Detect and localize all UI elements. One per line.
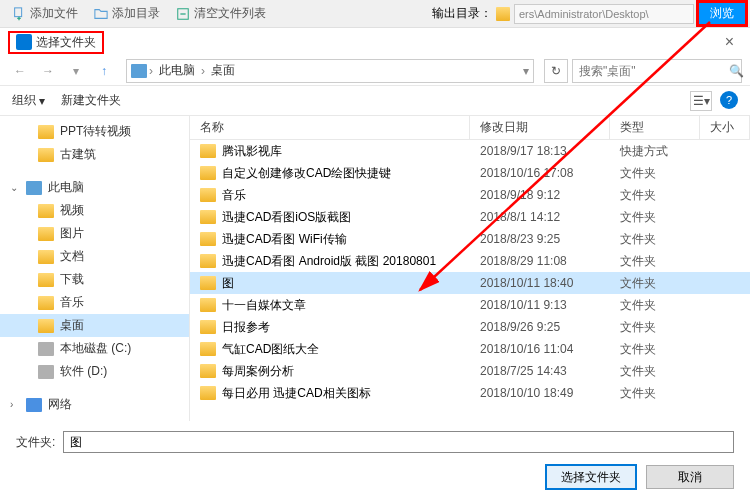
file-type: 文件夹 bbox=[610, 209, 700, 226]
output-path-field[interactable]: ers\Administrator\Desktop\ bbox=[514, 4, 694, 24]
folder-icon bbox=[200, 166, 216, 180]
folder-icon bbox=[200, 210, 216, 224]
tree-item[interactable]: 文档 bbox=[0, 245, 189, 268]
tree-item[interactable]: 软件 (D:) bbox=[0, 360, 189, 383]
cancel-button[interactable]: 取消 bbox=[646, 465, 734, 489]
folder-icon bbox=[200, 144, 216, 158]
folder-name-input[interactable] bbox=[63, 431, 734, 453]
file-type: 文件夹 bbox=[610, 165, 700, 182]
column-name[interactable]: 名称 bbox=[190, 116, 470, 139]
file-date: 2018/10/16 17:08 bbox=[470, 166, 610, 180]
select-folder-button[interactable]: 选择文件夹 bbox=[546, 465, 636, 489]
tree-panel[interactable]: PPT待转视频古建筑⌄此电脑视频图片文档下载音乐桌面本地磁盘 (C:)软件 (D… bbox=[0, 116, 190, 421]
add-dir-button[interactable]: 添加目录 bbox=[86, 3, 168, 24]
folder-icon bbox=[200, 320, 216, 334]
net-icon bbox=[26, 398, 42, 412]
breadcrumb-seg[interactable]: 此电脑 bbox=[155, 62, 199, 79]
file-row[interactable]: 迅捷CAD看图 Android版 截图 201808012018/8/29 11… bbox=[190, 250, 750, 272]
dialog-title-text: 选择文件夹 bbox=[36, 34, 96, 51]
file-row[interactable]: 腾讯影视库2018/9/17 18:13快捷方式 bbox=[190, 140, 750, 162]
folder-label: 文件夹: bbox=[16, 434, 55, 451]
nav-dropdown-icon[interactable]: ▾ bbox=[64, 59, 88, 83]
column-size[interactable]: 大小 bbox=[700, 116, 750, 139]
expand-icon[interactable]: ⌄ bbox=[10, 182, 20, 193]
nav-forward-button[interactable]: → bbox=[36, 59, 60, 83]
dialog-buttons: 选择文件夹 取消 bbox=[16, 465, 734, 489]
file-row[interactable]: 迅捷CAD看图iOS版截图2018/8/1 14:12文件夹 bbox=[190, 206, 750, 228]
search-input[interactable] bbox=[579, 64, 729, 78]
column-date[interactable]: 修改日期 bbox=[470, 116, 610, 139]
file-row[interactable]: 音乐2018/9/18 9:12文件夹 bbox=[190, 184, 750, 206]
browse-button[interactable]: 浏览 bbox=[698, 2, 746, 25]
file-row[interactable]: 气缸CAD图纸大全2018/10/16 11:04文件夹 bbox=[190, 338, 750, 360]
folder-icon bbox=[200, 386, 216, 400]
folder-icon bbox=[38, 227, 54, 241]
tree-item[interactable]: ⌄此电脑 bbox=[0, 176, 189, 199]
chevron-down-icon: ▾ bbox=[39, 94, 45, 108]
folder-icon bbox=[200, 188, 216, 202]
file-type: 文件夹 bbox=[610, 341, 700, 358]
folder-icon bbox=[200, 276, 216, 290]
file-type: 文件夹 bbox=[610, 385, 700, 402]
tree-item-label: 网络 bbox=[48, 396, 72, 413]
nav-back-button[interactable]: ← bbox=[8, 59, 32, 83]
tree-item[interactable]: PPT待转视频 bbox=[0, 120, 189, 143]
tree-item-label: 视频 bbox=[60, 202, 84, 219]
search-box[interactable]: 🔍 bbox=[572, 59, 742, 83]
breadcrumb[interactable]: › 此电脑 › 桌面 ▾ bbox=[126, 59, 534, 83]
organize-button[interactable]: 组织 ▾ bbox=[12, 92, 45, 109]
file-type: 文件夹 bbox=[610, 187, 700, 204]
pc-icon bbox=[131, 64, 147, 78]
tree-item[interactable]: 下载 bbox=[0, 268, 189, 291]
file-name: 音乐 bbox=[222, 187, 246, 204]
file-row[interactable]: 迅捷CAD看图 WiFi传输2018/8/23 9:25文件夹 bbox=[190, 228, 750, 250]
file-name: 迅捷CAD看图iOS版截图 bbox=[222, 209, 351, 226]
tree-item-label: 桌面 bbox=[60, 317, 84, 334]
tree-item[interactable]: 古建筑 bbox=[0, 143, 189, 166]
pc-icon bbox=[26, 181, 42, 195]
view-controls: ☰▾ ? bbox=[690, 91, 738, 111]
file-name: 每日必用 迅捷CAD相关图标 bbox=[222, 385, 371, 402]
file-row[interactable]: 每日必用 迅捷CAD相关图标2018/10/10 18:49文件夹 bbox=[190, 382, 750, 404]
breadcrumb-dropdown-icon[interactable]: ▾ bbox=[523, 64, 529, 78]
nav-up-button[interactable]: ↑ bbox=[92, 59, 116, 83]
folder-icon bbox=[200, 342, 216, 356]
breadcrumb-sep-icon: › bbox=[149, 64, 153, 78]
breadcrumb-seg[interactable]: 桌面 bbox=[207, 62, 239, 79]
file-type: 文件夹 bbox=[610, 297, 700, 314]
tree-item[interactable]: 视频 bbox=[0, 199, 189, 222]
file-list[interactable]: 腾讯影视库2018/9/17 18:13快捷方式自定义创建修改CAD绘图快捷键2… bbox=[190, 140, 750, 421]
file-row[interactable]: 日报参考2018/9/26 9:25文件夹 bbox=[190, 316, 750, 338]
file-row[interactable]: 每周案例分析2018/7/25 14:43文件夹 bbox=[190, 360, 750, 382]
tree-item[interactable]: ›网络 bbox=[0, 393, 189, 416]
file-date: 2018/9/18 9:12 bbox=[470, 188, 610, 202]
file-date: 2018/10/11 18:40 bbox=[470, 276, 610, 290]
dialog-footer: 文件夹: 选择文件夹 取消 bbox=[0, 421, 750, 499]
tree-item-label: 本地磁盘 (C:) bbox=[60, 340, 131, 357]
file-date: 2018/8/1 14:12 bbox=[470, 210, 610, 224]
nav-row: ← → ▾ ↑ › 此电脑 › 桌面 ▾ ↻ 🔍 bbox=[0, 56, 750, 86]
help-button[interactable]: ? bbox=[720, 91, 738, 109]
add-file-button[interactable]: 添加文件 bbox=[4, 3, 86, 24]
tree-item[interactable]: 本地磁盘 (C:) bbox=[0, 337, 189, 360]
file-type: 文件夹 bbox=[610, 231, 700, 248]
tree-item-label: 图片 bbox=[60, 225, 84, 242]
tree-item[interactable]: 图片 bbox=[0, 222, 189, 245]
new-folder-button[interactable]: 新建文件夹 bbox=[61, 92, 121, 109]
file-row[interactable]: 自定义创建修改CAD绘图快捷键2018/10/16 17:08文件夹 bbox=[190, 162, 750, 184]
search-icon[interactable]: 🔍 bbox=[729, 64, 744, 78]
view-mode-button[interactable]: ☰▾ bbox=[690, 91, 712, 111]
file-row[interactable]: 十一自媒体文章2018/10/11 9:13文件夹 bbox=[190, 294, 750, 316]
tree-item[interactable]: 音乐 bbox=[0, 291, 189, 314]
close-button[interactable]: × bbox=[717, 33, 742, 51]
organize-label: 组织 bbox=[12, 92, 36, 109]
tree-item-label: 此电脑 bbox=[48, 179, 84, 196]
column-type[interactable]: 类型 bbox=[610, 116, 700, 139]
dialog-title-row: 选择文件夹 × bbox=[0, 28, 750, 56]
clear-list-button[interactable]: 清空文件列表 bbox=[168, 3, 274, 24]
tree-item[interactable]: 桌面 bbox=[0, 314, 189, 337]
file-date: 2018/10/10 18:49 bbox=[470, 386, 610, 400]
expand-icon[interactable]: › bbox=[10, 399, 20, 410]
file-row[interactable]: 图2018/10/11 18:40文件夹 bbox=[190, 272, 750, 294]
refresh-button[interactable]: ↻ bbox=[544, 59, 568, 83]
